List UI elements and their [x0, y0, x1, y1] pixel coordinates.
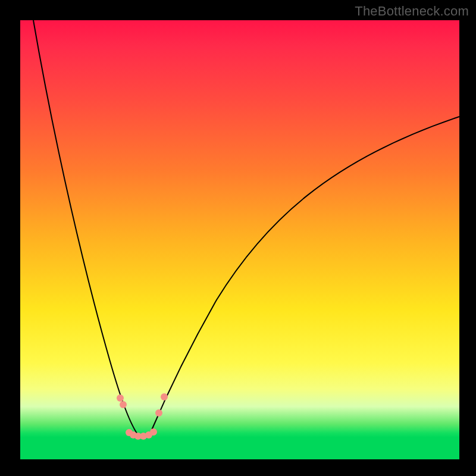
dot — [120, 401, 127, 408]
curves-svg — [20, 20, 459, 459]
chart-frame: TheBottleneck.com — [0, 0, 476, 476]
dot — [117, 394, 124, 402]
dot — [155, 409, 162, 416]
valley-dots — [117, 393, 168, 440]
plot-area — [20, 20, 459, 459]
watermark-text: TheBottleneck.com — [355, 4, 469, 19]
curve-right — [149, 117, 459, 437]
dot — [150, 428, 157, 436]
curve-left — [33, 20, 139, 437]
dot — [161, 393, 168, 400]
